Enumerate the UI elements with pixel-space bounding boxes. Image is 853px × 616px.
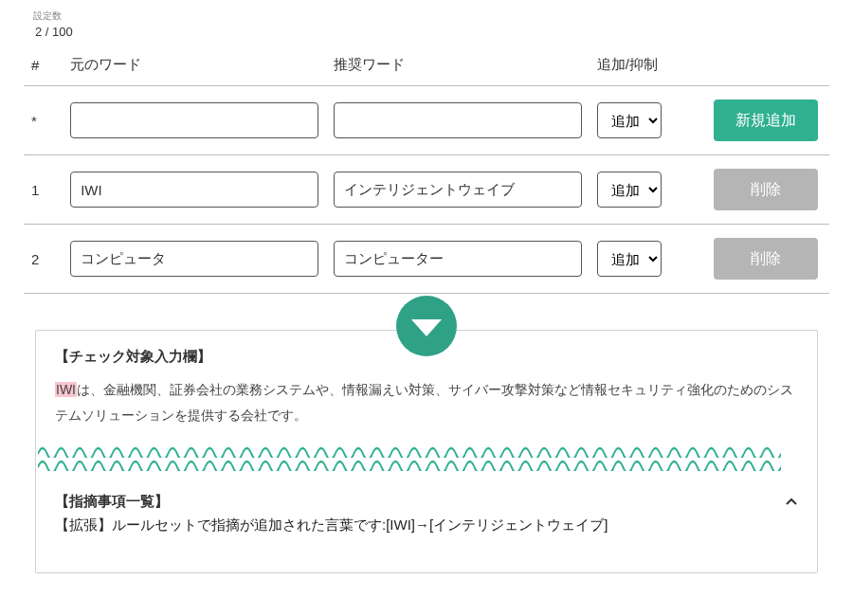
header-source-word: 元のワード: [63, 46, 326, 86]
new-recommended-input[interactable]: [334, 102, 582, 138]
row-number: 2: [24, 225, 63, 294]
new-rule-row: * 追加 抑制 新規追加: [24, 86, 829, 155]
issue-item: 【拡張】ルールセットで指摘が追加された言葉です:[IWI]→[インテリジェントウ…: [55, 516, 798, 534]
mode-select[interactable]: 追加 抑制: [597, 172, 662, 208]
count-label: 設定数: [33, 9, 829, 23]
mode-select[interactable]: 追加 抑制: [597, 241, 662, 277]
chevron-up-icon[interactable]: [785, 496, 798, 509]
recommended-input[interactable]: [334, 241, 582, 277]
issues-title: 【指摘事項一覧】: [55, 493, 169, 511]
header-number: #: [24, 46, 63, 86]
wavy-separator: [55, 444, 798, 471]
down-arrow-icon: [396, 296, 457, 356]
recommended-input[interactable]: [334, 172, 582, 208]
delete-button[interactable]: 削除: [714, 169, 818, 210]
issues-panel: 【指摘事項一覧】 【拡張】ルールセットで指摘が追加された言葉です:[IWI]→[…: [35, 485, 818, 573]
count-value: 2 / 100: [35, 25, 829, 39]
new-source-input[interactable]: [70, 102, 318, 138]
rules-table: # 元のワード 推奨ワード 追加/抑制 * 追加 抑制 新規追加: [24, 46, 829, 294]
row-marker: *: [24, 86, 63, 155]
table-row: 1 追加 抑制 削除: [24, 155, 829, 225]
source-input[interactable]: [70, 172, 318, 208]
header-mode: 追加/抑制: [590, 46, 706, 86]
source-input[interactable]: [70, 241, 318, 277]
highlighted-word: IWI: [55, 382, 77, 397]
header-recommended-word: 推奨ワード: [326, 46, 590, 86]
delete-button[interactable]: 削除: [714, 238, 818, 280]
row-number: 1: [24, 155, 63, 225]
check-target-text: は、金融機関、証券会社の業務システムや、情報漏えい対策、サイバー攻撃対策など情報…: [55, 382, 793, 423]
table-row: 2 追加 抑制 削除: [24, 225, 829, 294]
add-new-button[interactable]: 新規追加: [714, 100, 818, 141]
check-target-body: IWIは、金融機関、証券会社の業務システムや、情報漏えい対策、サイバー攻撃対策な…: [55, 377, 798, 427]
new-mode-select[interactable]: 追加 抑制: [597, 102, 662, 138]
